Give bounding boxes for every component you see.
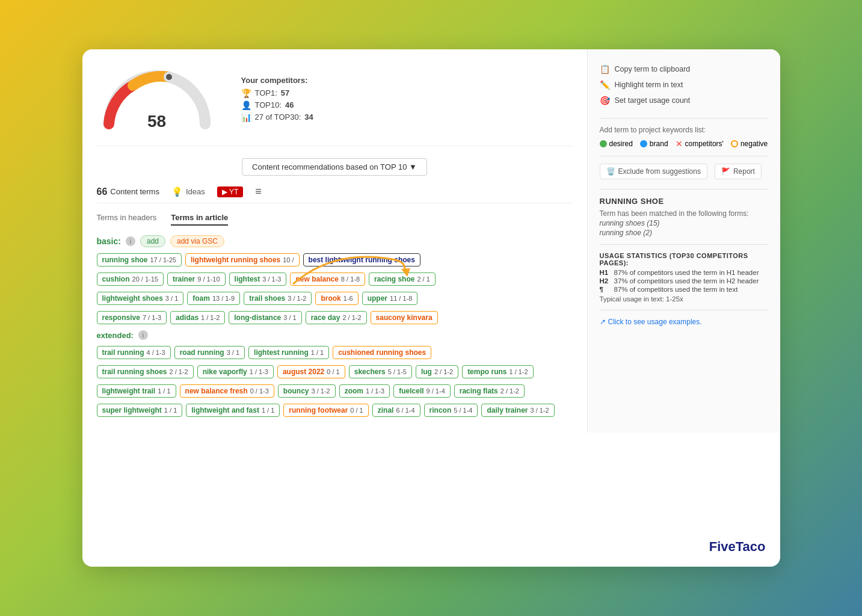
extended-info-icon[interactable]: i: [138, 330, 148, 340]
term-racing-flats[interactable]: racing flats 2 / 1-2: [454, 384, 525, 398]
term-running-footwear[interactable]: running footwear 0 / 1: [283, 404, 368, 417]
term-daily-trainer[interactable]: daily trainer 3 / 1-2: [481, 404, 554, 417]
content-recs-label: Content recommendations based on TOP 10 …: [252, 162, 417, 171]
term-lug[interactable]: lug 2 / 1-2: [416, 365, 458, 378]
copy-term-action[interactable]: 📋 Copy term to clipboard: [600, 61, 768, 77]
term-best-lightweight[interactable]: best lightweight running shoes: [303, 253, 420, 266]
gauge-wrapper: 58: [97, 64, 217, 136]
subtab-headers[interactable]: Terms in headers: [97, 213, 157, 226]
kw-desired[interactable]: desired: [600, 139, 633, 149]
highlight-icon: ✏️: [600, 80, 610, 90]
term-zinal[interactable]: zinal 6 / 1-4: [372, 404, 420, 417]
target-usage-action[interactable]: 🎯 Set target usage count: [600, 93, 768, 108]
term-saucony[interactable]: saucony kinvara: [371, 311, 438, 324]
click-usage[interactable]: ↗ Click to see usage examples.: [600, 318, 768, 326]
term-upper[interactable]: upper 11 / 1-8: [362, 292, 418, 305]
right-panel: 📋 Copy term to clipboard ✏️ Highlight te…: [588, 49, 780, 433]
content-recs-button[interactable]: Content recommendations based on TOP 10 …: [242, 158, 427, 176]
divider-3: [600, 189, 768, 189]
term-tempo-runs[interactable]: tempo runs 1 / 1-2: [462, 365, 534, 378]
term-trainer[interactable]: trainer 9 / 1-10: [167, 273, 226, 286]
keywords-section: Add term to project keywords list: desir…: [600, 126, 768, 149]
kw-brand[interactable]: brand: [640, 139, 668, 149]
top10-value: 46: [285, 100, 294, 109]
bottom-actions: 🗑️ Exclude from suggestions 🚩 Report: [600, 164, 768, 179]
stat-h1-label: H1: [600, 269, 612, 276]
kw-competitors[interactable]: ✕ competitors': [676, 139, 724, 149]
exclude-suggestions-button[interactable]: 🗑️ Exclude from suggestions: [600, 164, 707, 179]
term-new-balance-fresh[interactable]: new balance fresh 0 / 1-3: [180, 384, 274, 398]
tab-content-terms[interactable]: 66 Content terms: [97, 186, 159, 197]
term-lightweight-shoes[interactable]: lightweight shoes 3 / 1: [97, 292, 184, 305]
exclude-icon: 🗑️: [606, 167, 615, 176]
term-title: RUNNING SHOE: [600, 197, 768, 206]
keyword-options: desired brand ✕ competitors' negative: [600, 139, 768, 149]
stat-h2: H2 37% of competitors used the term in H…: [600, 277, 768, 285]
tab-list[interactable]: ≡: [255, 185, 262, 198]
term-rincon[interactable]: rincon 5 / 1-4: [424, 404, 478, 417]
basic-terms-row3: lightweight shoes 3 / 1 foam 13 / 1-9 tr…: [97, 292, 573, 305]
tab-ideas[interactable]: 💡 Ideas: [171, 186, 205, 197]
stat-para-label: ¶: [600, 286, 612, 293]
stat-para-text: 87% of competitors used the term in text: [614, 286, 738, 293]
term-august-2022[interactable]: august 2022 0 / 1: [277, 365, 345, 378]
radio-negative: [731, 140, 738, 147]
term-responsive[interactable]: responsive 7 / 1-3: [97, 311, 167, 324]
term-road-running[interactable]: road running 3 / 1: [174, 346, 245, 359]
term-zoom[interactable]: zoom 1 / 1-3: [339, 384, 390, 398]
term-bouncy[interactable]: bouncy 3 / 1-2: [278, 384, 336, 398]
term-lightest-running[interactable]: lightest running 1 / 1: [248, 346, 329, 359]
term-trail-running-shoes[interactable]: trail running shoes 2 / 1-2: [97, 365, 194, 378]
highlight-term-action[interactable]: ✏️ Highlight term in text: [600, 77, 768, 93]
term-lightweight-trail[interactable]: lightweight trail 1 / 1: [97, 384, 176, 398]
term-forms: Term has been matched in the following f…: [600, 209, 768, 237]
add-button[interactable]: add: [140, 235, 165, 247]
competitors-title: Your competitors:: [241, 76, 313, 85]
term-new-balance[interactable]: new balance 8 / 1-8: [290, 273, 365, 286]
divider-4: [600, 244, 768, 245]
keywords-title: Add term to project keywords list:: [600, 126, 768, 134]
target-icon: 🎯: [600, 96, 610, 105]
extended-label: extended:: [97, 331, 134, 340]
top1-value: 57: [281, 88, 289, 97]
tab-yt[interactable]: ▶ YT: [217, 186, 243, 197]
subtab-article[interactable]: Terms in article: [171, 213, 228, 226]
desired-label: desired: [609, 140, 633, 148]
term-cushion[interactable]: cushion 20 / 1-15: [97, 273, 164, 286]
stat-h1: H1 87% of competitors used the term in H…: [600, 269, 768, 276]
term-lightweight-running-shoes[interactable]: lightweight running shoes 10 /: [185, 253, 300, 266]
term-skechers[interactable]: skechers 5 / 1-5: [349, 365, 412, 378]
x-competitors-icon: ✕: [676, 139, 683, 149]
kw-negative[interactable]: negative: [731, 139, 768, 149]
term-long-distance[interactable]: long-distance 3 / 1: [229, 311, 301, 324]
competitors-label: competitors': [685, 140, 724, 148]
negative-label: negative: [740, 140, 768, 148]
term-fuelcell[interactable]: fuelcell 9 / 1-4: [393, 384, 451, 398]
action-list: 📋 Copy term to clipboard ✏️ Highlight te…: [600, 61, 768, 108]
term-lightweight-and-fast[interactable]: lightweight and fast 1 / 1: [186, 404, 280, 417]
stat-h2-label: H2: [600, 277, 612, 285]
term-lightest[interactable]: lightest 3 / 1-3: [229, 273, 287, 286]
basic-info-icon[interactable]: i: [126, 236, 135, 246]
term-running-shoe[interactable]: running shoe 17 / 1-25: [97, 253, 182, 266]
basic-terms-row4: responsive 7 / 1-3 adidas 1 / 1-2 long-d…: [97, 311, 573, 324]
term-cushioned-running[interactable]: cushioned running shoes: [333, 346, 431, 359]
top30-value: 34: [304, 112, 313, 122]
term-matched-text: Term has been matched in the following f…: [600, 209, 768, 218]
typical-usage: Typical usage in text: 1-25x: [600, 295, 768, 303]
term-brook[interactable]: brook 1-6: [315, 292, 358, 305]
term-super-lightweight[interactable]: super lightweight 1 / 1: [97, 404, 183, 417]
term-nike-vaporfly[interactable]: nike vaporfly 1 / 1-3: [197, 365, 274, 378]
term-trail-shoes[interactable]: trail shoes 3 / 1-2: [244, 292, 312, 305]
term-racing-shoe[interactable]: racing shoe 2 / 1: [369, 273, 436, 286]
report-button[interactable]: 🚩 Report: [715, 164, 762, 179]
term-form-1: running shoes (15): [600, 219, 768, 227]
top30-label: 27 of TOP30:: [255, 112, 301, 122]
extended-terms-row2: trail running shoes 2 / 1-2 nike vaporfl…: [97, 365, 573, 378]
add-gsc-button[interactable]: add via GSC: [170, 235, 224, 247]
term-foam[interactable]: foam 13 / 1-9: [187, 292, 240, 305]
term-race-day[interactable]: race day 2 / 1-2: [306, 311, 367, 324]
term-trail-running[interactable]: trail running 4 / 1-3: [97, 346, 171, 359]
fivetaco-logo: FiveTaco: [709, 539, 766, 555]
term-adidas[interactable]: adidas 1 / 1-2: [170, 311, 225, 324]
